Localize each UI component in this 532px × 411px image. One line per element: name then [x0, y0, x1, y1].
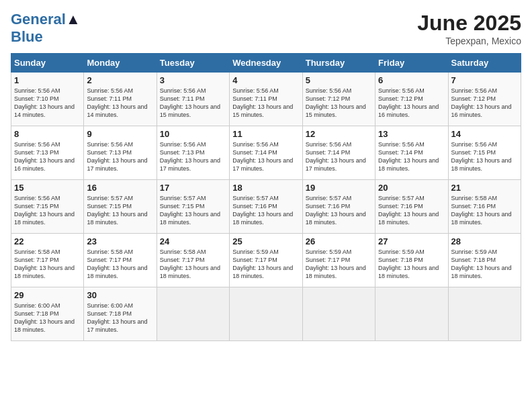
header-friday: Friday [375, 54, 448, 73]
table-row: 29Sunrise: 6:00 AMSunset: 7:18 PMDayligh… [11, 287, 84, 341]
day-info: Sunrise: 5:56 AMSunset: 7:14 PMDaylight:… [306, 141, 366, 172]
header-tuesday: Tuesday [157, 54, 229, 73]
table-row: 19Sunrise: 5:57 AMSunset: 7:16 PMDayligh… [302, 180, 375, 234]
table-row [375, 287, 448, 341]
table-row: 13Sunrise: 5:56 AMSunset: 7:14 PMDayligh… [375, 126, 448, 180]
day-number: 6 [378, 75, 445, 85]
day-number: 13 [378, 129, 445, 139]
day-info: Sunrise: 5:57 AMSunset: 7:15 PMDaylight:… [160, 195, 220, 226]
day-info: Sunrise: 5:57 AMSunset: 7:16 PMDaylight:… [306, 195, 366, 226]
table-row: 1Sunrise: 5:56 AMSunset: 7:10 PMDaylight… [11, 73, 84, 126]
table-row: 20Sunrise: 5:57 AMSunset: 7:16 PMDayligh… [375, 180, 448, 234]
day-info: Sunrise: 5:58 AMSunset: 7:17 PMDaylight:… [14, 248, 75, 279]
day-info: Sunrise: 5:56 AMSunset: 7:11 PMDaylight:… [232, 87, 293, 118]
calendar-week-row: 22Sunrise: 5:58 AMSunset: 7:17 PMDayligh… [11, 234, 521, 287]
day-info: Sunrise: 5:56 AMSunset: 7:13 PMDaylight:… [14, 141, 75, 172]
day-number: 10 [160, 129, 226, 139]
day-info: Sunrise: 5:56 AMSunset: 7:11 PMDaylight:… [160, 87, 220, 118]
table-row: 9Sunrise: 5:56 AMSunset: 7:13 PMDaylight… [84, 126, 157, 180]
table-row: 3Sunrise: 5:56 AMSunset: 7:11 PMDaylight… [157, 73, 229, 126]
day-number: 21 [451, 183, 518, 193]
table-row: 28Sunrise: 5:59 AMSunset: 7:18 PMDayligh… [448, 234, 521, 287]
day-number: 23 [87, 236, 153, 246]
day-number: 28 [451, 236, 518, 246]
day-number: 25 [232, 236, 299, 246]
day-info: Sunrise: 5:58 AMSunset: 7:17 PMDaylight:… [87, 248, 147, 279]
day-number: 19 [306, 183, 372, 193]
day-number: 22 [14, 236, 81, 246]
header-sunday: Sunday [11, 54, 84, 73]
calendar-table: Sunday Monday Tuesday Wednesday Thursday… [11, 53, 521, 341]
day-number: 20 [378, 183, 445, 193]
table-row: 7Sunrise: 5:56 AMSunset: 7:12 PMDaylight… [448, 73, 521, 126]
table-row [302, 287, 375, 341]
day-info: Sunrise: 5:59 AMSunset: 7:17 PMDaylight:… [232, 248, 293, 279]
table-row [448, 287, 521, 341]
calendar-week-row: 8Sunrise: 5:56 AMSunset: 7:13 PMDaylight… [11, 126, 521, 180]
calendar-week-row: 29Sunrise: 6:00 AMSunset: 7:18 PMDayligh… [11, 287, 521, 341]
header-monday: Monday [84, 54, 157, 73]
day-info: Sunrise: 5:56 AMSunset: 7:13 PMDaylight:… [160, 141, 220, 172]
day-info: Sunrise: 5:56 AMSunset: 7:11 PMDaylight:… [87, 87, 147, 118]
table-row: 22Sunrise: 5:58 AMSunset: 7:17 PMDayligh… [11, 234, 84, 287]
table-row: 5Sunrise: 5:56 AMSunset: 7:12 PMDaylight… [302, 73, 375, 126]
calendar-week-row: 1Sunrise: 5:56 AMSunset: 7:10 PMDaylight… [11, 73, 521, 126]
calendar-subtitle: Tepexpan, Mexico [417, 36, 521, 46]
table-row: 14Sunrise: 5:56 AMSunset: 7:15 PMDayligh… [448, 126, 521, 180]
table-row: 15Sunrise: 5:56 AMSunset: 7:15 PMDayligh… [11, 180, 84, 234]
table-row: 8Sunrise: 5:56 AMSunset: 7:13 PMDaylight… [11, 126, 84, 180]
day-info: Sunrise: 5:56 AMSunset: 7:12 PMDaylight:… [306, 87, 366, 118]
day-info: Sunrise: 5:57 AMSunset: 7:16 PMDaylight:… [378, 195, 439, 226]
day-info: Sunrise: 5:57 AMSunset: 7:15 PMDaylight:… [87, 195, 147, 226]
logo-blue: Blue [11, 28, 43, 45]
header-thursday: Thursday [302, 54, 375, 73]
table-row: 24Sunrise: 5:58 AMSunset: 7:17 PMDayligh… [157, 234, 229, 287]
day-info: Sunrise: 5:59 AMSunset: 7:18 PMDaylight:… [378, 248, 439, 279]
table-row: 12Sunrise: 5:56 AMSunset: 7:14 PMDayligh… [302, 126, 375, 180]
day-number: 12 [306, 129, 372, 139]
table-row [230, 287, 302, 341]
day-number: 16 [87, 183, 153, 193]
day-info: Sunrise: 6:00 AMSunset: 7:18 PMDaylight:… [14, 302, 75, 333]
day-number: 15 [14, 183, 81, 193]
table-row: 2Sunrise: 5:56 AMSunset: 7:11 PMDaylight… [84, 73, 157, 126]
day-number: 1 [14, 75, 81, 85]
day-info: Sunrise: 5:58 AMSunset: 7:16 PMDaylight:… [451, 195, 512, 226]
calendar-title: June 2025 [417, 11, 521, 36]
table-row: 11Sunrise: 5:56 AMSunset: 7:14 PMDayligh… [230, 126, 302, 180]
weekday-header-row: Sunday Monday Tuesday Wednesday Thursday… [11, 54, 521, 73]
day-number: 7 [451, 75, 518, 85]
day-number: 2 [87, 75, 153, 85]
day-info: Sunrise: 5:56 AMSunset: 7:10 PMDaylight:… [14, 87, 75, 118]
day-info: Sunrise: 5:56 AMSunset: 7:13 PMDaylight:… [87, 141, 147, 172]
day-number: 24 [160, 236, 226, 246]
table-row [157, 287, 229, 341]
day-info: Sunrise: 5:56 AMSunset: 7:15 PMDaylight:… [14, 195, 75, 226]
day-number: 26 [306, 236, 372, 246]
calendar-week-row: 15Sunrise: 5:56 AMSunset: 7:15 PMDayligh… [11, 180, 521, 234]
day-info: Sunrise: 5:56 AMSunset: 7:14 PMDaylight:… [232, 141, 293, 172]
day-number: 30 [87, 290, 153, 300]
day-number: 11 [232, 129, 299, 139]
day-info: Sunrise: 5:56 AMSunset: 7:12 PMDaylight:… [378, 87, 439, 118]
day-info: Sunrise: 5:59 AMSunset: 7:17 PMDaylight:… [306, 248, 366, 279]
table-row: 10Sunrise: 5:56 AMSunset: 7:13 PMDayligh… [157, 126, 229, 180]
table-row: 6Sunrise: 5:56 AMSunset: 7:12 PMDaylight… [375, 73, 448, 126]
day-number: 29 [14, 290, 81, 300]
table-row: 27Sunrise: 5:59 AMSunset: 7:18 PMDayligh… [375, 234, 448, 287]
title-area: June 2025 Tepexpan, Mexico [417, 11, 521, 46]
logo-text: General▲ Blue [11, 11, 81, 46]
table-row: 16Sunrise: 5:57 AMSunset: 7:15 PMDayligh… [84, 180, 157, 234]
table-row: 17Sunrise: 5:57 AMSunset: 7:15 PMDayligh… [157, 180, 229, 234]
table-row: 30Sunrise: 6:00 AMSunset: 7:18 PMDayligh… [84, 287, 157, 341]
day-info: Sunrise: 5:57 AMSunset: 7:16 PMDaylight:… [232, 195, 293, 226]
logo-general: General [11, 11, 66, 28]
header: General▲ Blue June 2025 Tepexpan, Mexico [11, 11, 521, 46]
day-info: Sunrise: 5:56 AMSunset: 7:12 PMDaylight:… [451, 87, 512, 118]
table-row: 4Sunrise: 5:56 AMSunset: 7:11 PMDaylight… [230, 73, 302, 126]
day-number: 14 [451, 129, 518, 139]
day-number: 5 [306, 75, 372, 85]
day-info: Sunrise: 5:56 AMSunset: 7:14 PMDaylight:… [378, 141, 439, 172]
day-number: 3 [160, 75, 226, 85]
day-number: 27 [378, 236, 445, 246]
